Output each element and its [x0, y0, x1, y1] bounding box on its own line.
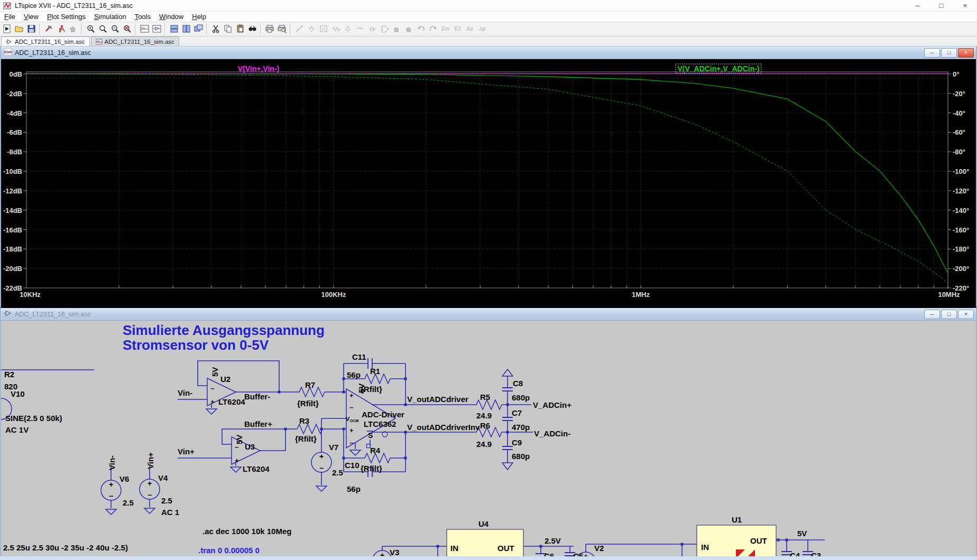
schematic-label[interactable]: −	[148, 491, 152, 499]
schematic-label[interactable]: −	[109, 492, 113, 500]
schematic-label[interactable]: Simulierte Ausgangsspannung	[123, 322, 325, 338]
schematic-label[interactable]: −	[235, 443, 239, 451]
schematic-window-title-bar[interactable]: ADC_LT2311_16_sim.asc – □ ×	[1, 308, 976, 321]
toolbar-icon-text-tool[interactable]: Aa	[464, 23, 476, 35]
toolbar-icon-cut[interactable]	[210, 23, 222, 35]
schematic-label[interactable]: V7	[329, 443, 338, 452]
ground-symbol[interactable]	[206, 409, 217, 414]
trace-label[interactable]: V(V_ADCin+,V_ADCin-)	[677, 64, 759, 73]
ground-symbol[interactable]	[144, 508, 155, 514]
menu-tools[interactable]: Tools	[131, 12, 155, 21]
schematic-label[interactable]: C10	[345, 461, 360, 470]
schematic-label[interactable]: 5V	[210, 367, 219, 377]
toolbar-icon-print-preview[interactable]	[276, 23, 288, 35]
schematic-label[interactable]: −	[319, 464, 324, 472]
toolbar-icon-drag[interactable]	[403, 23, 415, 35]
ground-symbol[interactable]	[316, 486, 327, 491]
schematic-label[interactable]: Buffer-	[244, 392, 270, 401]
toolbar-icon-zoom-out[interactable]	[109, 23, 121, 35]
schematic-drawing[interactable]: Simulierte AusgangsspannungStromsensor v…	[1, 321, 976, 556]
plot-close-button[interactable]: ×	[958, 48, 974, 58]
schematic-label[interactable]: U1	[732, 515, 742, 524]
menu-view[interactable]: View	[20, 12, 43, 21]
ground-symbol[interactable]	[350, 450, 361, 455]
schematic-label[interactable]: AC 1V	[5, 425, 29, 434]
schematic-label[interactable]: 680p	[512, 452, 530, 461]
toolbar-icon-run[interactable]	[1, 23, 13, 35]
schematic-label[interactable]: V_outADCdriverInv	[407, 423, 480, 432]
toolbar-icon-schematic-pane[interactable]	[151, 23, 163, 35]
schematic-label[interactable]: IN	[450, 544, 458, 553]
schematic-label[interactable]: ADC-Driver	[362, 410, 404, 419]
schematic-label[interactable]: LT6204	[218, 397, 245, 406]
schematic-label[interactable]: AC 1	[161, 508, 179, 517]
schematic-canvas[interactable]: Simulierte AusgangsspannungStromsensor v…	[1, 321, 976, 558]
toolbar-icon-tile-horizontal[interactable]	[168, 23, 180, 35]
schematic-label[interactable]: Vin-	[107, 455, 116, 470]
toolbar-icon-ground[interactable]	[306, 23, 318, 35]
port-arrow-up[interactable]	[502, 369, 513, 376]
schematic-label[interactable]: SINE(2.5 0 50k)	[5, 414, 62, 423]
capacitor[interactable]	[502, 388, 513, 391]
waveform-plot[interactable]: 0dB-2dB-4dB-6dB-8dB-10dB-12dB-14dB-16dB-…	[1, 59, 976, 306]
schematic-label[interactable]: C4	[790, 551, 800, 556]
schematic-label[interactable]: 2.5	[161, 496, 172, 505]
tab-plot[interactable]: ADC_LT2311_16_sim.asc	[91, 36, 180, 46]
schematic-label[interactable]: V4	[158, 473, 168, 482]
schematic-label[interactable]: 24.9	[476, 440, 492, 449]
schematic-label[interactable]: +	[349, 426, 354, 434]
schematic-label[interactable]: +	[109, 480, 113, 489]
port-arrow-down[interactable]	[502, 463, 513, 470]
schematic-label[interactable]: +	[584, 552, 588, 556]
schematic-label[interactable]: U2	[220, 375, 231, 384]
schematic-maximize-button[interactable]: □	[941, 310, 957, 319]
schematic-label[interactable]: 2.5 25u 2.5 30u -2 35u -2 40u -2.5)	[3, 543, 128, 552]
app-close-button[interactable]: ×	[953, 0, 977, 11]
schematic-label[interactable]: {Rfilt}	[295, 434, 317, 443]
schematic-label[interactable]: R1	[370, 367, 380, 376]
schematic-label[interactable]: C6	[544, 552, 554, 556]
schematic-label[interactable]: IN	[701, 543, 709, 552]
schematic-label[interactable]: +	[210, 398, 215, 406]
schematic-label[interactable]: C11	[352, 352, 366, 361]
toolbar-icon-zoom-full[interactable]	[121, 23, 133, 35]
schematic-label[interactable]: U4	[478, 519, 489, 528]
capacitor[interactable]	[502, 417, 513, 421]
schematic-label[interactable]: −	[349, 404, 354, 412]
schematic-label[interactable]: V_ADCin-	[534, 429, 570, 438]
schematic-label[interactable]: 24.9	[476, 411, 492, 420]
schematic-label[interactable]: V_outADCdriver	[407, 395, 468, 404]
schematic-label[interactable]: 2.5	[332, 468, 343, 477]
schematic-label[interactable]: V10	[11, 389, 25, 398]
app-minimize-button[interactable]: –	[906, 0, 929, 11]
schematic-label[interactable]: 470p	[512, 423, 530, 432]
schematic-label[interactable]: 2.5	[123, 498, 134, 507]
toolbar-icon-capacitor[interactable]	[342, 23, 354, 35]
schematic-label[interactable]: LTC6362	[364, 419, 396, 428]
schematic-label[interactable]: Vin-	[178, 388, 192, 397]
schematic-label[interactable]: +	[319, 452, 324, 461]
menu-file[interactable]: File	[0, 12, 20, 21]
schematic-label[interactable]: −	[349, 439, 354, 447]
toolbar-icon-wire[interactable]	[293, 23, 306, 35]
schematic-label[interactable]: V	[346, 416, 350, 422]
schematic-label[interactable]: C5	[573, 552, 583, 556]
schematic-label[interactable]: R4	[370, 446, 381, 455]
schematic-label[interactable]: Vin+	[178, 447, 195, 456]
waveform-window-title-bar[interactable]: ADC_LT2311_16_sim.asc – □ ×	[1, 46, 976, 59]
app-maximize-button[interactable]: □	[929, 0, 953, 11]
toolbar-icon-find[interactable]	[246, 23, 259, 35]
toolbar-icon-resistor[interactable]	[330, 23, 342, 35]
schematic-label[interactable]: LT6204	[243, 464, 270, 473]
schematic-label[interactable]: {Rfilt}	[297, 399, 319, 408]
toolbar-icon-paste[interactable]	[234, 23, 246, 35]
toolbar-icon-run-man[interactable]	[55, 23, 67, 35]
menu-window[interactable]: Window	[155, 12, 188, 21]
schematic-label[interactable]: OCM	[350, 419, 359, 423]
schematic-label[interactable]: OUT	[750, 536, 767, 545]
menu-plot-settings[interactable]: Plot Settings	[43, 12, 90, 21]
toolbar-icon-print[interactable]	[264, 23, 276, 35]
schematic-label[interactable]: V6	[119, 474, 129, 483]
capacitor[interactable]	[502, 446, 513, 450]
toolbar-icon-save[interactable]	[25, 23, 38, 35]
